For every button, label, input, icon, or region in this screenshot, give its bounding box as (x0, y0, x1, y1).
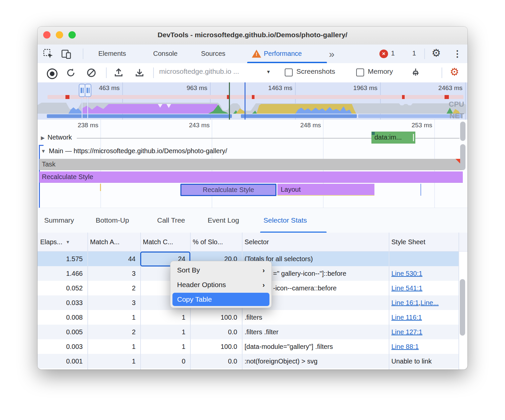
tab-event-log[interactable]: Event Log (208, 208, 250, 233)
flame-chart-pane[interactable]: 238 ms243 ms248 ms253 ms ▶ Network data:… (38, 120, 467, 208)
error-count[interactable]: 1 (391, 50, 395, 57)
divider (442, 67, 442, 78)
flame-scrollbar-thumb[interactable] (460, 122, 465, 141)
tab-call-tree[interactable]: Call Tree (157, 208, 194, 233)
menu-item-header-options[interactable]: Header Options› (170, 277, 271, 292)
selector-text: -icon--camera::before (273, 284, 337, 292)
menu-item-copy-table[interactable]: Copy Table (172, 293, 269, 306)
cell-elapsed: 1.466 (38, 266, 87, 281)
track-selection-tick (39, 145, 44, 146)
capture-settings-gear-icon[interactable]: ⚙ (450, 67, 459, 77)
main-disclosure-icon[interactable]: ▼ (41, 148, 46, 154)
marker-line-blue (245, 82, 246, 120)
device-toolbar-icon[interactable] (61, 49, 72, 60)
warning-count[interactable]: 1 (412, 50, 416, 57)
column-header-label: Selector (245, 238, 269, 246)
column-header-elaps[interactable]: Elaps...▼ (40, 233, 87, 251)
layout-event[interactable]: Layout (277, 184, 374, 196)
collect-garbage-icon[interactable] (410, 67, 421, 78)
screenshots-checkbox[interactable] (285, 68, 293, 76)
cell-style-sheet: Line 116:1 (389, 310, 458, 325)
event-tick[interactable] (100, 184, 101, 191)
tab-performance[interactable]: !Performance (252, 45, 322, 63)
tab-elements[interactable]: Elements (98, 45, 135, 63)
profile-select[interactable]: microsoftedge.github.io ... (159, 67, 269, 75)
layout-event-label: Layout (281, 186, 301, 193)
overview-tick-label: 1963 ms (328, 84, 377, 92)
column-header-label: Style Sheet (391, 238, 425, 246)
task-event-bar[interactable]: Task (39, 159, 463, 170)
cell-match_attempts: 3 (87, 295, 140, 310)
cell-pct_slow: 0.0 (190, 325, 242, 339)
column-header-of-slo[interactable]: % of Slo... (193, 233, 241, 251)
long-task-marker (252, 95, 254, 99)
tab-sources[interactable]: Sources (201, 45, 235, 63)
timeline-overview[interactable]: 463 ms963 ms1463 ms1963 ms2463 ms CPU NE… (38, 82, 467, 120)
network-track-label[interactable]: Network (48, 134, 72, 141)
network-disclosure-icon[interactable]: ▶ (41, 135, 45, 141)
cell-selector: .filters (242, 310, 389, 325)
tab-selector-stats[interactable]: Selector Stats (263, 208, 323, 233)
style-sheet-link[interactable]: Line 127:1 (391, 328, 422, 336)
tab-console[interactable]: Console (153, 45, 188, 63)
selection-window-right-edge[interactable] (87, 96, 88, 120)
menu-item-sort-by[interactable]: Sort By› (170, 263, 271, 277)
selected-event-label: Recalculate Style (203, 186, 254, 194)
cell-match_count: 0 (140, 354, 190, 368)
submenu-chevron-icon: › (262, 281, 265, 289)
style-sheet-link[interactable]: Line 88:1 (391, 343, 419, 351)
cell-style-sheet: Line 127:1 (389, 325, 458, 339)
table-scrollbar-thumb[interactable] (460, 279, 465, 336)
settings-gear-icon[interactable]: ⚙ (432, 48, 441, 58)
recalculate-style-event-bar[interactable]: Recalculate Style (39, 171, 463, 183)
main-track-label[interactable]: Main — https://microsoftedge.github.io/D… (49, 147, 227, 155)
long-tasks-strip (48, 95, 463, 99)
style-sheet-link[interactable]: Line 116:1 (391, 314, 422, 321)
selection-left-handle[interactable] (79, 84, 85, 97)
selection-window-left-edge[interactable] (82, 96, 82, 120)
performance-toolbar: microsoftedge.github.io ... ▼ Screenshot… (38, 63, 467, 83)
divider (424, 49, 425, 59)
table-header: Elaps...▼Match A...Match C...% of Slo...… (38, 233, 467, 252)
event-tick[interactable] (420, 184, 421, 196)
style-sheet-link[interactable]: Line 16:1 (391, 299, 419, 307)
column-header-match-a[interactable]: Match A... (90, 233, 140, 251)
table-row[interactable]: 0.005210.0.filters .filterLine 127:1 (38, 325, 458, 339)
long-task-marker (445, 95, 449, 99)
cell-selector: .filters .filter (242, 325, 389, 339)
divider (83, 49, 83, 59)
table-row[interactable]: 0.00311100.0[data-module="gallery"] .fil… (38, 339, 458, 354)
tab-bottom-up[interactable]: Bottom-Up (96, 208, 137, 233)
selection-right-handle[interactable] (85, 84, 91, 97)
overview-tick-label: 1463 ms (243, 84, 292, 92)
column-header-style-sheet[interactable]: Style Sheet (391, 233, 458, 251)
load-profile-icon[interactable] (113, 67, 124, 78)
reload-and-record-icon[interactable] (65, 67, 76, 78)
selector-text: .filters (245, 314, 262, 321)
table-row[interactable]: 0.00811100.0.filtersLine 116:1 (38, 310, 458, 325)
column-header-match-c[interactable]: Match C... (143, 233, 189, 251)
error-count-icon[interactable]: × (379, 50, 388, 58)
selector-text: :not(foreignObject) > svg (245, 358, 318, 365)
save-profile-icon[interactable] (134, 67, 145, 78)
clear-recording-icon[interactable] (86, 67, 97, 78)
divider (153, 67, 154, 78)
style-sheet-link[interactable]: Line 530:1 (391, 270, 422, 277)
memory-checkbox[interactable] (356, 68, 364, 76)
details-tab-bar: SummaryBottom-UpCall TreeEvent LogSelect… (38, 208, 467, 233)
column-header-selector[interactable]: Selector (245, 233, 388, 251)
style-sheet-link[interactable]: Line... (421, 299, 439, 307)
network-request-block[interactable]: data:im... (371, 132, 415, 144)
table-row[interactable]: 0.001100.0:not(foreignObject) > svgUnabl… (38, 354, 458, 368)
flame-scrollbar-thumb[interactable] (460, 144, 465, 170)
style-sheet-link[interactable]: Line 541:1 (391, 284, 422, 292)
more-options-icon[interactable]: ⋮ (453, 49, 462, 59)
tab-summary[interactable]: Summary (44, 208, 83, 233)
more-tabs-icon[interactable]: » (329, 49, 334, 60)
recalculate-style-selected-event[interactable]: Recalculate Style (180, 184, 276, 196)
screenshots-label: Screenshots (296, 67, 335, 75)
overview-tick-label: 463 ms (70, 84, 120, 92)
memory-label: Memory (368, 67, 393, 75)
column-header-label: Match A... (90, 238, 120, 246)
inspect-element-icon[interactable] (43, 49, 54, 60)
